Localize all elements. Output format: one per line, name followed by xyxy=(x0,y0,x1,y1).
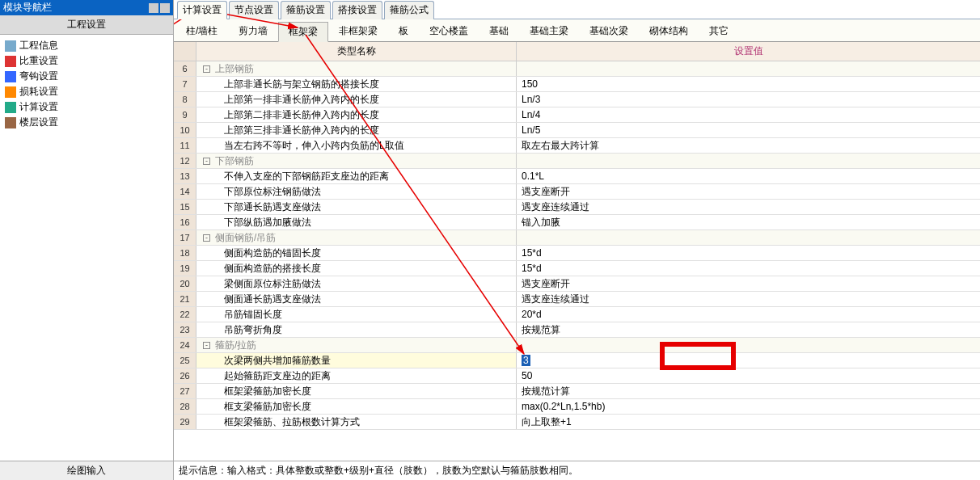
setting-row[interactable]: 9上部第二排非通长筋伸入跨内的长度Ln/4 xyxy=(174,107,980,123)
secondary-tab[interactable]: 基础主梁 xyxy=(519,21,579,41)
row-number: 12 xyxy=(174,154,196,168)
tree-label: 损耗设置 xyxy=(19,85,58,99)
setting-name: 下部通长筋遇支座做法 xyxy=(196,200,517,214)
setting-row[interactable]: 14下部原位标注钢筋做法遇支座断开 xyxy=(174,184,980,200)
primary-tab[interactable]: 计算设置 xyxy=(177,1,227,19)
setting-value[interactable]: 遇支座断开 xyxy=(517,276,980,291)
setting-row[interactable]: 20梁侧面原位标注筋做法遇支座断开 xyxy=(174,276,980,292)
secondary-tab[interactable]: 非框架梁 xyxy=(328,21,388,41)
sidebar-item[interactable]: 楼层设置 xyxy=(0,115,173,130)
setting-value[interactable]: 3 xyxy=(517,353,980,368)
setting-value[interactable]: 取左右最大跨计算 xyxy=(517,138,980,153)
setting-row[interactable]: 10上部第三排非通长筋伸入跨内的长度Ln/5 xyxy=(174,123,980,138)
setting-name: 上部第一排非通长筋伸入跨内的长度 xyxy=(196,92,517,107)
setting-value[interactable]: 向上取整+1 xyxy=(517,415,980,429)
setting-row[interactable]: 18侧面构造筋的锚固长度15*d xyxy=(174,246,980,261)
setting-value[interactable]: 15*d xyxy=(517,246,980,260)
sidebar-title: 模块导航栏 xyxy=(3,1,52,15)
setting-value[interactable]: 按规范计算 xyxy=(517,384,980,398)
setting-value[interactable]: 20*d xyxy=(517,307,980,322)
setting-row[interactable]: 8上部第一排非通长筋伸入跨内的长度Ln/3 xyxy=(174,92,980,107)
collapse-icon[interactable]: - xyxy=(203,342,210,349)
secondary-tab[interactable]: 空心楼盖 xyxy=(419,21,479,41)
setting-value[interactable]: Ln/3 xyxy=(517,92,980,107)
row-number: 7 xyxy=(174,77,196,91)
sidebar-item[interactable]: 工程信息 xyxy=(0,38,173,53)
group-row[interactable]: 24-箍筋/拉筋 xyxy=(174,338,980,353)
setting-value[interactable]: 遇支座连续通过 xyxy=(517,292,980,306)
setting-value[interactable]: Ln/4 xyxy=(517,107,980,122)
setting-value[interactable]: 遇支座断开 xyxy=(517,184,980,199)
primary-tab[interactable]: 节点设置 xyxy=(229,1,279,19)
secondary-tab[interactable]: 剪力墙 xyxy=(228,21,278,41)
tree-icon xyxy=(5,71,16,82)
group-row[interactable]: 17-侧面钢筋/吊筋 xyxy=(174,230,980,246)
row-number: 16 xyxy=(174,215,196,229)
primary-tab[interactable]: 箍筋设置 xyxy=(281,1,331,19)
collapse-icon[interactable]: - xyxy=(203,234,210,242)
setting-value[interactable] xyxy=(517,230,980,245)
secondary-tab[interactable]: 框架梁 xyxy=(278,22,328,42)
tree-label: 计算设置 xyxy=(19,100,58,114)
setting-row[interactable]: 19侧面构造筋的搭接长度15*d xyxy=(174,261,980,276)
pin-icon[interactable] xyxy=(149,3,158,13)
setting-name: 次梁两侧共增加箍筋数量 xyxy=(196,353,517,368)
tree-icon xyxy=(5,117,16,128)
setting-row[interactable]: 27框架梁箍筋加密长度按规范计算 xyxy=(174,384,980,399)
secondary-tabs: 柱/墙柱剪力墙框架梁非框架梁板空心楼盖基础基础主梁基础次梁砌体结构其它 xyxy=(174,19,980,42)
sidebar-item[interactable]: 计算设置 xyxy=(0,99,173,115)
setting-row[interactable]: 16下部纵筋遇加腋做法锚入加腋 xyxy=(174,215,980,230)
setting-value[interactable] xyxy=(517,154,980,168)
row-number: 26 xyxy=(174,368,196,383)
setting-row[interactable]: 23吊筋弯折角度按规范算 xyxy=(174,322,980,338)
setting-value[interactable] xyxy=(517,338,980,352)
close-icon[interactable] xyxy=(160,3,170,13)
column-header-name: 类型名称 xyxy=(196,42,517,61)
setting-value[interactable]: 50 xyxy=(517,368,980,383)
setting-row[interactable]: 7上部非通长筋与架立钢筋的搭接长度150 xyxy=(174,77,980,92)
setting-value[interactable]: max(0.2*Ln,1.5*hb) xyxy=(517,399,980,414)
sidebar-item[interactable]: 比重设置 xyxy=(0,53,173,69)
sidebar-item[interactable]: 弯钩设置 xyxy=(0,69,173,84)
secondary-tab[interactable]: 基础 xyxy=(479,21,519,41)
secondary-tab[interactable]: 其它 xyxy=(699,21,739,41)
setting-row[interactable]: 21侧面通长筋遇支座做法遇支座连续通过 xyxy=(174,292,980,307)
secondary-tab[interactable]: 砌体结构 xyxy=(639,21,699,41)
setting-value[interactable]: 15*d xyxy=(517,261,980,276)
tree-icon xyxy=(5,56,16,67)
setting-value[interactable]: 0.1*L xyxy=(517,169,980,183)
group-row[interactable]: 6-上部钢筋 xyxy=(174,61,980,77)
secondary-tab[interactable]: 板 xyxy=(388,21,419,41)
setting-row[interactable]: 11当左右跨不等时，伸入小跨内负筋的L取值取左右最大跨计算 xyxy=(174,138,980,154)
row-number: 28 xyxy=(174,399,196,414)
sidebar-section-header[interactable]: 工程设置 xyxy=(0,15,173,35)
collapse-icon[interactable]: - xyxy=(203,65,210,73)
setting-value[interactable]: 150 xyxy=(517,77,980,91)
setting-value[interactable]: 锚入加腋 xyxy=(517,215,980,229)
group-row[interactable]: 12-下部钢筋 xyxy=(174,154,980,169)
collapse-icon[interactable]: - xyxy=(203,158,210,165)
setting-name: -侧面钢筋/吊筋 xyxy=(196,230,517,245)
setting-row[interactable]: 22吊筋锚固长度20*d xyxy=(174,307,980,322)
setting-row[interactable]: 25次梁两侧共增加箍筋数量3 xyxy=(174,353,980,368)
secondary-tab[interactable]: 柱/墙柱 xyxy=(175,21,228,41)
row-number: 13 xyxy=(174,169,196,183)
primary-tab[interactable]: 箍筋公式 xyxy=(384,1,434,19)
setting-value[interactable]: 遇支座连续通过 xyxy=(517,200,980,214)
setting-row[interactable]: 28框支梁箍筋加密长度max(0.2*Ln,1.5*hb) xyxy=(174,399,980,415)
setting-value[interactable] xyxy=(517,61,980,76)
row-number: 9 xyxy=(174,107,196,122)
setting-row[interactable]: 29框架梁箍筋、拉筋根数计算方式向上取整+1 xyxy=(174,415,980,430)
status-bar: 提示信息：输入格式：具体整数或整数+级别+直径（肢数），肢数为空默认与箍筋肢数相… xyxy=(174,461,980,480)
setting-value[interactable]: 按规范算 xyxy=(517,322,980,337)
sidebar-item[interactable]: 损耗设置 xyxy=(0,84,173,99)
setting-value[interactable]: Ln/5 xyxy=(517,123,980,137)
secondary-tab[interactable]: 基础次梁 xyxy=(579,21,639,41)
tree-label: 比重设置 xyxy=(19,54,58,68)
primary-tab[interactable]: 搭接设置 xyxy=(332,1,382,19)
setting-row[interactable]: 15下部通长筋遇支座做法遇支座连续通过 xyxy=(174,200,980,215)
setting-row[interactable]: 13不伸入支座的下部钢筋距支座边的距离0.1*L xyxy=(174,169,980,184)
setting-name: 框架梁箍筋、拉筋根数计算方式 xyxy=(196,415,517,429)
sidebar-bottom-tab[interactable]: 绘图输入 xyxy=(0,461,173,480)
setting-row[interactable]: 26起始箍筋距支座边的距离50 xyxy=(174,368,980,384)
